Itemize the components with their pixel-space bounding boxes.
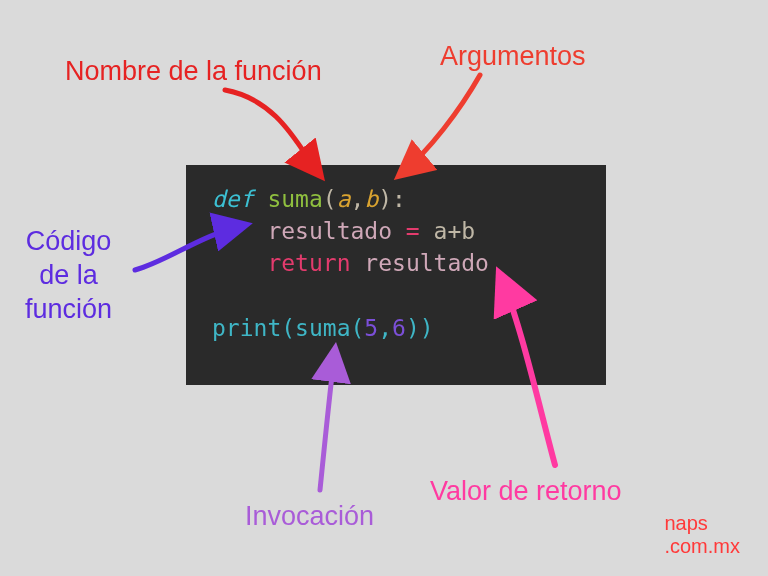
label-return-value: Valor de retorno bbox=[430, 475, 622, 509]
watermark-line2: .com.mx bbox=[664, 535, 740, 558]
label-invocation: Invocación bbox=[245, 500, 374, 534]
code-line-assign: resultado = a+b bbox=[212, 215, 606, 247]
code-line-return: return resultado bbox=[212, 247, 606, 279]
code-line-print: print(suma(5,6)) bbox=[212, 312, 606, 344]
code-line-blank bbox=[212, 280, 606, 312]
diagram-stage: Nombre de la función Argumentos Código d… bbox=[0, 0, 768, 576]
label-arguments: Argumentos bbox=[440, 40, 586, 74]
label-function-body: Código de la función bbox=[25, 225, 112, 326]
code-line-def: def suma(a,b): bbox=[212, 183, 606, 215]
code-block: def suma(a,b): resultado = a+b return re… bbox=[186, 165, 606, 385]
label-function-name: Nombre de la función bbox=[65, 55, 322, 89]
watermark: naps .com.mx bbox=[664, 512, 740, 558]
watermark-line1: naps bbox=[664, 512, 740, 535]
